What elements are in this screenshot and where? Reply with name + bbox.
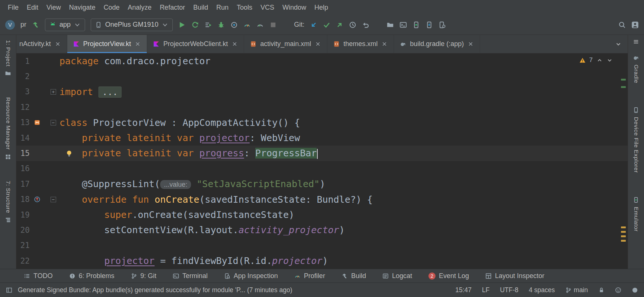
code-line-21[interactable]: 21: [16, 238, 628, 253]
hidden-tabs-chevron-icon[interactable]: [609, 41, 628, 48]
menu-item-edit[interactable]: Edit: [23, 0, 42, 15]
code-line-14[interactable]: 14 private lateinit var projector: WebVi…: [16, 130, 628, 146]
close-tab-icon[interactable]: [135, 41, 141, 47]
tab-activity-main-xml[interactable]: activity_main.xml: [244, 35, 327, 53]
tool-button-layout-inspector[interactable]: Layout Inspector: [485, 272, 544, 280]
tool-button-event-log[interactable]: 2Event Log: [428, 272, 469, 280]
feedback-smiley-icon[interactable]: [615, 287, 621, 293]
code-line-content[interactable]: import ...: [59, 87, 122, 97]
code-editor[interactable]: 1package com.draco.projector23+import ..…: [16, 53, 628, 269]
device-manager-icon[interactable]: [438, 21, 446, 29]
tool-window-switcher-icon[interactable]: [6, 287, 12, 293]
cursor-position[interactable]: 15:47: [455, 286, 472, 294]
tool-button-9-git[interactable]: 9: Git: [131, 272, 156, 280]
status-message[interactable]: Generate Signed Bundle: App bundle(s) ge…: [18, 286, 292, 294]
class-gutter-icon[interactable]: [34, 119, 41, 126]
search-everywhere-icon[interactable]: [618, 21, 626, 29]
code-line-17[interactable]: 17 @SuppressLint(...value: "SetJavaScrip…: [16, 176, 628, 192]
console-icon[interactable]: [399, 21, 407, 29]
attach-debugger-icon[interactable]: [230, 21, 238, 29]
tab-nactivity-kt[interactable]: nActivity.kt: [16, 35, 67, 53]
git-update-icon[interactable]: [310, 21, 317, 29]
profiler-low-overhead-icon[interactable]: [256, 21, 264, 29]
debug-icon[interactable]: [217, 21, 225, 29]
code-line-content[interactable]: package com.draco.projector: [59, 56, 210, 66]
code-line-content[interactable]: @SuppressLint(...value: "SetJavaScriptEn…: [59, 179, 325, 189]
line-ending[interactable]: LF: [482, 286, 489, 294]
avd-manager-icon[interactable]: [412, 21, 420, 29]
code-line-18[interactable]: 18− override fun onCreate(savedInstanceS…: [16, 192, 628, 207]
code-line-1[interactable]: 1package com.draco.projector: [16, 53, 628, 69]
inspections-widget[interactable]: 7: [579, 56, 613, 64]
tool-button-device-file-explorer[interactable]: Device File Explorer: [633, 107, 640, 173]
profiler-icon[interactable]: [243, 21, 251, 29]
tool-button-gradle[interactable]: Gradle: [633, 55, 640, 83]
code-line-content[interactable]: class ProjectorView : AppCompatActivity(…: [59, 117, 300, 128]
tab-projectorwebclient-kt[interactable]: ProjectorWebClient.kt: [147, 35, 244, 53]
code-line-12[interactable]: 12: [16, 99, 628, 115]
tool-button-resource-manager[interactable]: Resource Manager: [5, 97, 12, 160]
tool-button-build[interactable]: Build: [342, 272, 366, 280]
menu-item-navigate[interactable]: Navigate: [65, 0, 100, 15]
intention-bulb-icon[interactable]: [65, 150, 73, 157]
tool-button-emulator[interactable]: Emulator: [633, 197, 640, 232]
code-line-22[interactable]: 22 projector = findViewById(R.id.project…: [16, 253, 628, 268]
lock-icon[interactable]: [598, 287, 605, 293]
history-icon[interactable]: [349, 21, 356, 29]
project-avatar[interactable]: V: [5, 20, 15, 30]
menu-item-file[interactable]: File: [4, 0, 23, 15]
tool-button-6-problems[interactable]: 6: Problems: [69, 272, 114, 280]
next-warning-icon[interactable]: [606, 57, 613, 63]
git-push-icon[interactable]: [336, 21, 343, 29]
close-tab-icon[interactable]: [315, 41, 321, 47]
prev-warning-icon[interactable]: [596, 57, 603, 63]
tool-button-1-project[interactable]: 1: Project: [5, 40, 12, 76]
code-line-2[interactable]: 2: [16, 69, 628, 84]
tab-build-gradle-app[interactable]: build.gradle (:app): [394, 35, 480, 53]
user-avatar-icon[interactable]: [631, 21, 639, 29]
close-tab-icon[interactable]: [467, 41, 474, 47]
menu-item-build[interactable]: Build: [189, 0, 212, 15]
menu-item-view[interactable]: View: [42, 0, 65, 15]
build-hammer-icon[interactable]: [32, 21, 39, 29]
run-config-selector[interactable]: app: [45, 19, 85, 31]
close-tab-icon[interactable]: [381, 41, 388, 47]
fold-marker-icon[interactable]: +: [51, 89, 56, 95]
run-icon[interactable]: [178, 21, 186, 29]
tool-button-logcat[interactable]: Logcat: [382, 272, 412, 280]
code-line-content[interactable]: private lateinit var progress: ProgressB…: [59, 148, 318, 159]
override-marker-icon[interactable]: [34, 196, 41, 203]
menu-item-tools[interactable]: Tools: [233, 0, 256, 15]
sdk-manager-icon[interactable]: [425, 21, 433, 29]
code-line-content[interactable]: super.onCreate(savedInstanceState): [59, 209, 294, 220]
tool-button-profiler[interactable]: Profiler: [294, 272, 325, 280]
project-structure-icon[interactable]: [386, 21, 394, 29]
indent-setting[interactable]: 4 spaces: [529, 286, 555, 294]
code-line-20[interactable]: 20 setContentView(R.layout.activity_proj…: [16, 222, 628, 238]
git-branch-widget[interactable]: main: [565, 286, 588, 294]
code-line-content[interactable]: projector = findViewById(R.id.projector): [59, 255, 328, 266]
code-line-19[interactable]: 19 super.onCreate(savedInstanceState): [16, 207, 628, 222]
fold-marker-icon[interactable]: −: [51, 120, 56, 125]
stripe-options-menu-icon[interactable]: [633, 39, 639, 45]
rollback-icon[interactable]: [362, 21, 369, 29]
device-selector[interactable]: OnePlus GM1910: [91, 19, 173, 31]
apply-code-changes-icon[interactable]: [204, 21, 212, 29]
file-encoding[interactable]: UTF-8: [500, 286, 518, 294]
git-commit-icon[interactable]: [323, 21, 330, 29]
menu-item-analyze[interactable]: Analyze: [124, 0, 156, 15]
menu-item-code[interactable]: Code: [100, 0, 124, 15]
tab-projectorview-kt[interactable]: ProjectorView.kt: [67, 35, 148, 53]
fold-marker-icon[interactable]: −: [51, 197, 56, 202]
close-tab-icon[interactable]: [55, 41, 61, 47]
menu-item-refactor[interactable]: Refactor: [156, 0, 189, 15]
tool-button-7-structure[interactable]: 7: Structure: [5, 181, 12, 223]
menu-item-vcs[interactable]: VCS: [256, 0, 278, 15]
tab-themes-xml[interactable]: themes.xml: [327, 35, 394, 53]
menu-item-help[interactable]: Help: [310, 0, 332, 15]
code-line-3[interactable]: 3+import ...: [16, 84, 628, 99]
tool-button-todo[interactable]: TODO: [24, 272, 53, 280]
code-line-content[interactable]: private lateinit var projector: WebView: [59, 133, 300, 143]
code-line-13[interactable]: 13−class ProjectorView : AppCompatActivi…: [16, 115, 628, 130]
menu-item-window[interactable]: Window: [278, 0, 310, 15]
